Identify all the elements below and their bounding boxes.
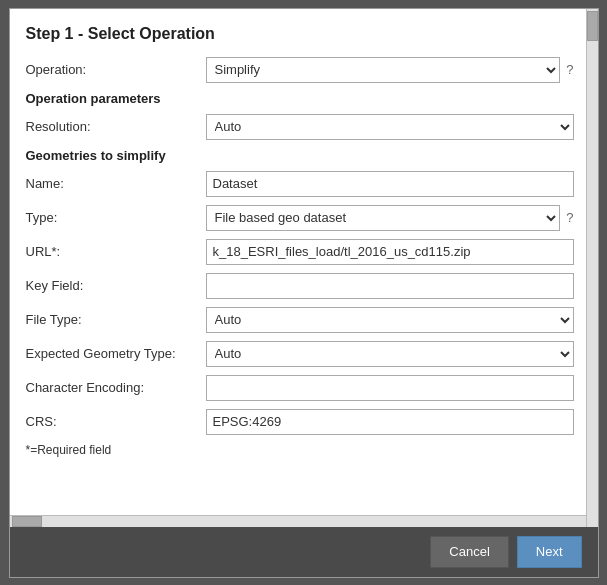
name-label: Name:	[26, 176, 206, 191]
dialog: Step 1 - Select Operation Operation: Sim…	[9, 8, 599, 578]
crs-label: CRS:	[26, 414, 206, 429]
geometries-header: Geometries to simplify	[26, 148, 574, 163]
required-note: *=Required field	[26, 443, 574, 457]
type-label: Type:	[26, 210, 206, 225]
url-label: URL*:	[26, 244, 206, 259]
char-encoding-label: Character Encoding:	[26, 380, 206, 395]
resolution-label: Resolution:	[26, 119, 206, 134]
key-field-label: Key Field:	[26, 278, 206, 293]
type-row: Type: File based geo dataset ?	[26, 205, 574, 231]
resolution-row: Resolution: Auto	[26, 114, 574, 140]
char-encoding-row: Character Encoding:	[26, 375, 574, 401]
file-type-select[interactable]: Auto	[206, 307, 574, 333]
scrollbar-thumb[interactable]	[587, 11, 598, 41]
operation-help-icon[interactable]: ?	[566, 62, 573, 77]
expected-geom-row: Expected Geometry Type: Auto	[26, 341, 574, 367]
operation-row: Operation: Simplify ?	[26, 57, 574, 83]
resolution-select[interactable]: Auto	[206, 114, 574, 140]
crs-input[interactable]	[206, 409, 574, 435]
file-type-label: File Type:	[26, 312, 206, 327]
key-field-input[interactable]	[206, 273, 574, 299]
type-select[interactable]: File based geo dataset	[206, 205, 561, 231]
scrollbar-bottom[interactable]	[10, 515, 586, 527]
cancel-button[interactable]: Cancel	[430, 536, 508, 568]
expected-geom-label: Expected Geometry Type:	[26, 346, 206, 361]
content-area: Step 1 - Select Operation Operation: Sim…	[10, 9, 598, 527]
next-button[interactable]: Next	[517, 536, 582, 568]
url-row: URL*:	[26, 239, 574, 265]
scrollbar-bottom-thumb[interactable]	[12, 516, 42, 527]
crs-row: CRS:	[26, 409, 574, 435]
scrollbar-right[interactable]	[586, 9, 598, 527]
operation-select[interactable]: Simplify	[206, 57, 561, 83]
file-type-row: File Type: Auto	[26, 307, 574, 333]
operation-label: Operation:	[26, 62, 206, 77]
expected-geom-select[interactable]: Auto	[206, 341, 574, 367]
key-field-row: Key Field:	[26, 273, 574, 299]
type-help-icon[interactable]: ?	[566, 210, 573, 225]
params-header: Operation parameters	[26, 91, 574, 106]
name-row: Name:	[26, 171, 574, 197]
dialog-footer: Cancel Next	[10, 527, 598, 577]
char-encoding-input[interactable]	[206, 375, 574, 401]
name-input[interactable]	[206, 171, 574, 197]
url-input[interactable]	[206, 239, 574, 265]
dialog-title: Step 1 - Select Operation	[26, 25, 574, 43]
